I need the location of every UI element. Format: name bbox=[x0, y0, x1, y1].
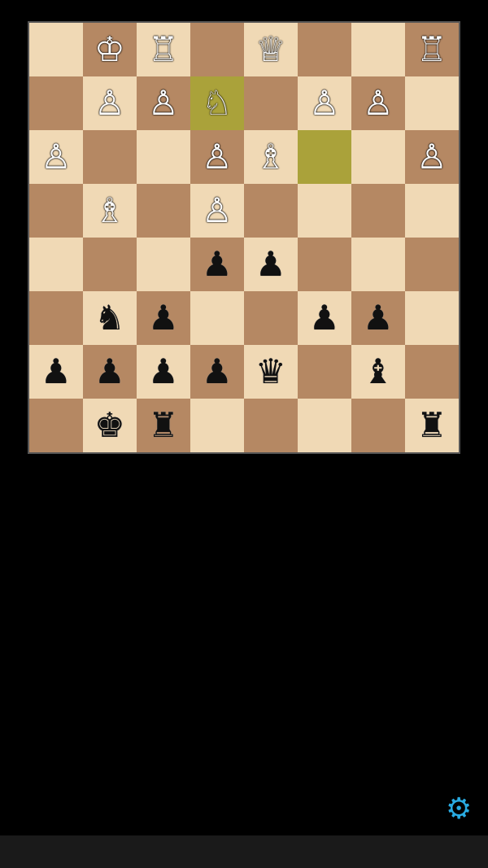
board-cell[interactable]: ♙ bbox=[29, 130, 83, 184]
white-pawn-icon: ♙ bbox=[202, 194, 233, 228]
game-header bbox=[0, 0, 488, 18]
black-pawn-icon: ♟ bbox=[255, 247, 286, 281]
board-cell[interactable]: ♟ bbox=[190, 238, 244, 291]
white-knight-icon: ♘ bbox=[202, 86, 233, 120]
black-pawn-icon: ♟ bbox=[309, 301, 340, 335]
board-cell[interactable]: ♙ bbox=[298, 76, 351, 130]
black-pawn-icon: ♟ bbox=[363, 301, 394, 335]
black-rook-icon: ♜ bbox=[416, 408, 447, 443]
board-cell[interactable] bbox=[29, 238, 83, 291]
white-pawn-icon: ♙ bbox=[94, 86, 125, 120]
board-cell[interactable]: ♝ bbox=[351, 345, 405, 399]
board-cell[interactable] bbox=[244, 399, 298, 452]
black-bishop-icon: ♝ bbox=[363, 355, 394, 389]
board-cell[interactable] bbox=[351, 23, 405, 76]
white-queen-icon: ♕ bbox=[255, 33, 286, 67]
white-king-icon: ♔ bbox=[94, 33, 125, 67]
white-rook-icon: ♖ bbox=[416, 33, 447, 67]
board-cell[interactable]: ♖ bbox=[405, 23, 459, 76]
board-cell[interactable]: ♚ bbox=[83, 399, 137, 452]
black-queen-icon: ♛ bbox=[255, 355, 286, 389]
white-bishop-icon: ♗ bbox=[255, 140, 286, 174]
board-cell[interactable] bbox=[351, 130, 405, 184]
board-cell[interactable]: ♙ bbox=[137, 76, 190, 130]
board-cell[interactable]: ♟ bbox=[351, 291, 405, 345]
board-cell[interactable]: ♟ bbox=[137, 345, 190, 399]
board-cell[interactable] bbox=[190, 23, 244, 76]
white-pawn-icon: ♙ bbox=[416, 140, 447, 174]
board-cell[interactable]: ♟ bbox=[83, 345, 137, 399]
black-pawn-icon: ♟ bbox=[202, 247, 233, 281]
white-pawn-icon: ♙ bbox=[363, 86, 394, 120]
chess-board: ♔♖♕♖♙♙♘♙♙♙♙♗♙♗♙♟♟♞♟♟♟♟♟♟♟♛♝♚♜♜ bbox=[28, 21, 460, 454]
board-cell[interactable] bbox=[298, 399, 351, 452]
board-cell[interactable]: ♟ bbox=[137, 291, 190, 345]
board-cell[interactable]: ♜ bbox=[405, 399, 459, 452]
board-cell[interactable]: ♖ bbox=[137, 23, 190, 76]
board-cell[interactable]: ♛ bbox=[244, 345, 298, 399]
black-king-icon: ♚ bbox=[94, 408, 125, 443]
board-cell[interactable]: ♙ bbox=[405, 130, 459, 184]
board-cell[interactable]: ♟ bbox=[190, 345, 244, 399]
white-pawn-icon: ♙ bbox=[41, 140, 72, 174]
white-rook-icon: ♖ bbox=[148, 33, 179, 67]
board-cell[interactable]: ♙ bbox=[190, 184, 244, 238]
board-cell[interactable]: ♞ bbox=[83, 291, 137, 345]
board-cell[interactable]: ♕ bbox=[244, 23, 298, 76]
board-cell[interactable] bbox=[190, 399, 244, 452]
board-container: ♔♖♕♖♙♙♘♙♙♙♙♗♙♗♙♟♟♞♟♟♟♟♟♟♟♛♝♚♜♜ bbox=[0, 21, 488, 454]
white-pawn-icon: ♙ bbox=[148, 86, 179, 120]
board-cell[interactable]: ♙ bbox=[351, 76, 405, 130]
board-cell[interactable] bbox=[190, 291, 244, 345]
board-cell[interactable] bbox=[29, 23, 83, 76]
board-cell[interactable] bbox=[405, 291, 459, 345]
board-cell[interactable] bbox=[298, 238, 351, 291]
board-cell[interactable] bbox=[29, 76, 83, 130]
board-cell[interactable]: ♘ bbox=[190, 76, 244, 130]
board-cell[interactable] bbox=[244, 291, 298, 345]
board-cell[interactable] bbox=[83, 238, 137, 291]
board-cell[interactable] bbox=[405, 345, 459, 399]
board-cell[interactable] bbox=[405, 184, 459, 238]
white-bishop-icon: ♗ bbox=[94, 194, 125, 228]
settings-button[interactable]: ⚙ bbox=[446, 794, 472, 823]
white-pawn-icon: ♙ bbox=[202, 140, 233, 174]
board-cell[interactable] bbox=[298, 184, 351, 238]
board-cell[interactable] bbox=[244, 76, 298, 130]
black-pawn-icon: ♟ bbox=[148, 301, 179, 335]
black-knight-icon: ♞ bbox=[94, 301, 125, 335]
board-cell[interactable] bbox=[137, 238, 190, 291]
black-rook-icon: ♜ bbox=[148, 408, 179, 443]
board-cell[interactable]: ♟ bbox=[244, 238, 298, 291]
board-cell[interactable] bbox=[137, 184, 190, 238]
board-cell[interactable] bbox=[29, 184, 83, 238]
black-pawn-icon: ♟ bbox=[202, 355, 233, 389]
black-pawn-icon: ♟ bbox=[41, 355, 72, 389]
board-cell[interactable]: ♗ bbox=[244, 130, 298, 184]
black-pawn-icon: ♟ bbox=[94, 355, 125, 389]
board-cell[interactable] bbox=[298, 23, 351, 76]
board-cell[interactable]: ♙ bbox=[83, 76, 137, 130]
board-cell[interactable] bbox=[351, 399, 405, 452]
board-cell[interactable] bbox=[29, 399, 83, 452]
board-cell[interactable]: ♜ bbox=[137, 399, 190, 452]
board-cell[interactable]: ♙ bbox=[190, 130, 244, 184]
board-cell[interactable]: ♗ bbox=[83, 184, 137, 238]
board-cell[interactable] bbox=[83, 130, 137, 184]
board-cell[interactable] bbox=[137, 130, 190, 184]
black-pawn-icon: ♟ bbox=[148, 355, 179, 389]
white-pawn-icon: ♙ bbox=[309, 86, 340, 120]
board-cell[interactable]: ♟ bbox=[29, 345, 83, 399]
board-cell[interactable] bbox=[351, 184, 405, 238]
bottom-bar bbox=[0, 835, 488, 868]
board-cell[interactable] bbox=[298, 130, 351, 184]
board-cell[interactable] bbox=[351, 238, 405, 291]
board-cell[interactable] bbox=[298, 345, 351, 399]
board-cell[interactable]: ♟ bbox=[298, 291, 351, 345]
board-cell[interactable]: ♔ bbox=[83, 23, 137, 76]
board-cell[interactable] bbox=[405, 238, 459, 291]
board-cell[interactable] bbox=[29, 291, 83, 345]
board-cell[interactable] bbox=[405, 76, 459, 130]
board-cell[interactable] bbox=[244, 184, 298, 238]
